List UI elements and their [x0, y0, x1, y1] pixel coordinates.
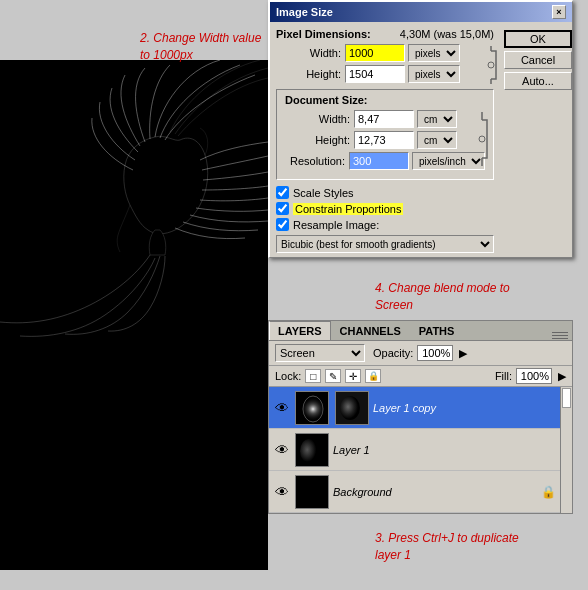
opacity-input[interactable]: [417, 345, 453, 361]
doc-width-unit[interactable]: cm: [417, 110, 457, 128]
layer-row-1copy[interactable]: 👁: [269, 387, 560, 429]
main-canvas: [0, 60, 268, 570]
fill-input[interactable]: [516, 368, 552, 384]
tab-paths[interactable]: PATHS: [410, 321, 464, 340]
doc-size-label: Document Size:: [285, 94, 485, 106]
pixel-dimensions-value: 4,30M (was 15,0M): [400, 28, 494, 40]
layers-list: 👁: [269, 387, 560, 513]
width-label: Width:: [276, 47, 341, 59]
doc-width-input[interactable]: [354, 110, 414, 128]
resolution-input[interactable]: [349, 152, 409, 170]
lock-image-icon[interactable]: ✎: [325, 369, 341, 383]
opacity-label: Opacity:: [373, 347, 413, 359]
layer-row-1[interactable]: 👁 Layer 1: [269, 429, 560, 471]
lock-transparent-icon[interactable]: □: [305, 369, 321, 383]
doc-width-label: Width:: [285, 113, 350, 125]
doc-height-label: Height:: [285, 134, 350, 146]
fill-label: Fill:: [495, 370, 512, 382]
constrain-proportions-label: Constrain Proportions: [293, 203, 403, 215]
lock-label: Lock:: [275, 370, 301, 382]
layer-row-background[interactable]: 👁 Background 🔒: [269, 471, 560, 513]
resample-image-label: Resample Image:: [293, 219, 379, 231]
layers-content: 👁: [269, 387, 572, 513]
layers-panel: LAYERS CHANNELS PATHS Screen Opacity: ▶ …: [268, 320, 573, 514]
svg-point-2: [479, 136, 485, 142]
background-thumb: [295, 475, 329, 509]
dialog-buttons-area: OK Cancel Auto...: [504, 30, 572, 90]
svg-rect-0: [0, 60, 268, 570]
layers-panel-menu-icon[interactable]: [552, 330, 568, 340]
doc-height-unit[interactable]: cm: [417, 131, 457, 149]
scale-styles-checkbox[interactable]: [276, 186, 289, 199]
ok-button[interactable]: OK: [504, 30, 572, 48]
layer-1-name: Layer 1: [333, 444, 370, 456]
fill-arrow[interactable]: ▶: [558, 370, 566, 383]
layer-1copy-mask-thumb: [335, 391, 369, 425]
layers-scrollbar[interactable]: [560, 387, 572, 513]
tab-layers[interactable]: LAYERS: [269, 321, 331, 340]
background-lock-icon: 🔒: [541, 485, 556, 499]
background-name: Background: [333, 486, 392, 498]
svg-point-7: [340, 396, 360, 420]
tab-channels[interactable]: CHANNELS: [331, 321, 410, 340]
pixel-dimensions-label: Pixel Dimensions:: [276, 28, 371, 40]
layer-1copy-thumb: [295, 391, 329, 425]
height-label: Height:: [276, 68, 341, 80]
svg-point-1: [488, 62, 494, 68]
lock-row: Lock: □ ✎ ✛ 🔒 Fill: ▶: [269, 366, 572, 387]
pixel-height-input[interactable]: [345, 65, 405, 83]
lock-position-icon[interactable]: ✛: [345, 369, 361, 383]
constrain-proportions-checkbox[interactable]: [276, 202, 289, 215]
blend-mode-select[interactable]: Screen: [275, 344, 365, 362]
svg-point-9: [300, 439, 318, 463]
layer-1copy-visibility[interactable]: 👁: [273, 399, 291, 417]
resample-method-select[interactable]: Bicubic (best for smooth gradients): [276, 235, 494, 253]
background-visibility[interactable]: 👁: [273, 483, 291, 501]
layers-blend-opacity-row: Screen Opacity: ▶: [269, 341, 572, 366]
layer-1-thumb: [295, 433, 329, 467]
annotation-step3: 3. Press Ctrl+J to duplicate layer 1: [375, 530, 530, 564]
layers-tabs: LAYERS CHANNELS PATHS: [269, 321, 572, 341]
annotation-step4: 4. Change blend mode to Screen: [375, 280, 515, 314]
lock-all-icon[interactable]: 🔒: [365, 369, 381, 383]
svg-point-5: [301, 397, 325, 421]
dialog-close-button[interactable]: ×: [552, 5, 566, 19]
svg-rect-10: [296, 476, 329, 509]
scale-styles-label: Scale Styles: [293, 187, 354, 199]
dialog-title-text: Image Size: [276, 6, 333, 18]
doc-chain-icon: [475, 112, 489, 168]
layer-1-visibility[interactable]: 👁: [273, 441, 291, 459]
pixel-width-input[interactable]: [345, 44, 405, 62]
opacity-arrow[interactable]: ▶: [459, 347, 467, 360]
auto-button[interactable]: Auto...: [504, 72, 572, 90]
pixel-height-unit[interactable]: pixels: [408, 65, 460, 83]
doc-height-input[interactable]: [354, 131, 414, 149]
dialog-title-bar: Image Size ×: [270, 2, 572, 22]
layer-1copy-name: Layer 1 copy: [373, 402, 436, 414]
cancel-button[interactable]: Cancel: [504, 51, 572, 69]
resample-image-checkbox[interactable]: [276, 218, 289, 231]
pixel-width-unit[interactable]: pixels: [408, 44, 460, 62]
chain-icon: [484, 46, 498, 84]
resolution-label: Resolution:: [285, 155, 345, 167]
annotation-step2: 2. Change Width value to 1000px: [140, 30, 270, 64]
image-size-dialog: Image Size × OK Cancel Auto... Pixel Dim…: [268, 0, 573, 258]
